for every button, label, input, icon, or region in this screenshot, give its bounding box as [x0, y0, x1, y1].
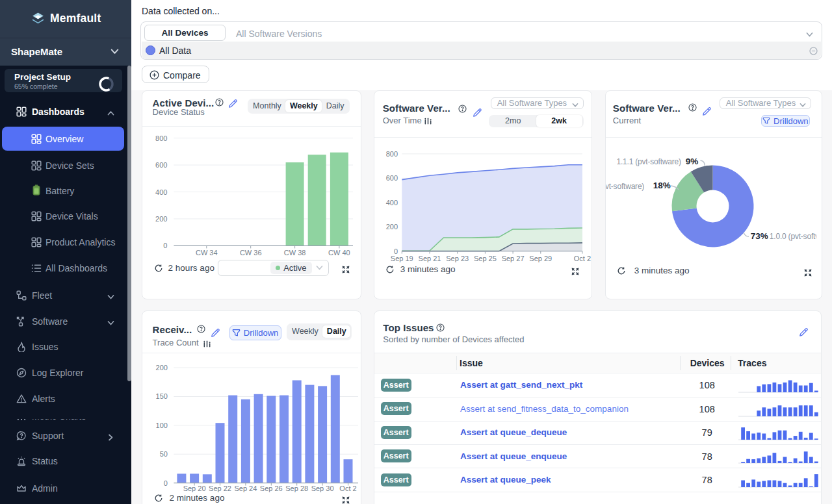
- svg-text:100: 100: [155, 421, 167, 429]
- svg-text:Sep 26: Sep 26: [259, 484, 282, 492]
- svg-text:Sep 27: Sep 27: [501, 255, 524, 262]
- svg-text:600: 600: [385, 174, 397, 182]
- svg-text:Sep 24: Sep 24: [234, 484, 257, 492]
- svg-text:Sep 28: Sep 28: [285, 484, 308, 492]
- svg-text:Oct 2: Oct 2: [573, 255, 590, 262]
- svg-text:200: 200: [155, 215, 167, 223]
- svg-text:Sep 25: Sep 25: [474, 255, 497, 262]
- svg-text:600: 600: [155, 161, 167, 169]
- svg-text:CW 40: CW 40: [328, 249, 350, 257]
- svg-text:Sep 20: Sep 20: [183, 484, 205, 492]
- svg-text:CW 38: CW 38: [283, 249, 306, 257]
- svg-text:0: 0: [163, 242, 167, 249]
- svg-text:Sep 29: Sep 29: [529, 255, 552, 262]
- svg-text:Sep 23: Sep 23: [446, 255, 469, 262]
- svg-text:400: 400: [155, 188, 167, 196]
- svg-text:Sep 22: Sep 22: [209, 484, 231, 492]
- svg-text:200: 200: [385, 223, 397, 231]
- svg-text:800: 800: [155, 134, 167, 142]
- svg-text:Oct 2: Oct 2: [339, 484, 356, 492]
- svg-text:CW 34: CW 34: [196, 249, 218, 257]
- svg-text:Sep 30: Sep 30: [311, 484, 333, 492]
- svg-text:200: 200: [155, 364, 167, 372]
- svg-text:150: 150: [155, 392, 167, 400]
- svg-text:800: 800: [385, 150, 397, 158]
- svg-text:50: 50: [159, 450, 167, 458]
- svg-text:0: 0: [163, 479, 167, 486]
- svg-text:CW 36: CW 36: [239, 249, 261, 257]
- svg-text:Sep 19: Sep 19: [391, 255, 413, 262]
- svg-text:400: 400: [385, 199, 397, 207]
- svg-text:Sep 21: Sep 21: [418, 255, 441, 262]
